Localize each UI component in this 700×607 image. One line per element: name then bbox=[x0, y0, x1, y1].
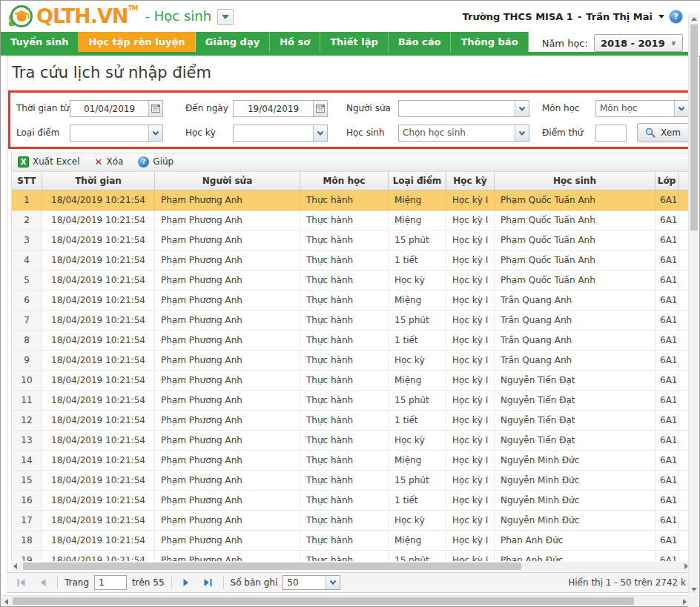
date-from-input[interactable] bbox=[70, 101, 148, 116]
table-row[interactable]: 618/04/2019 10:21:54Phạm Phương AnhThực … bbox=[12, 291, 690, 311]
scroll-down-icon[interactable] bbox=[691, 588, 697, 591]
page-vertical-scrollbar[interactable] bbox=[688, 14, 699, 594]
cell: 18/04/2019 10:21:54 bbox=[42, 511, 155, 530]
table-horizontal-scrollbar[interactable] bbox=[11, 562, 690, 571]
table-row[interactable]: 118/04/2019 10:21:54Phạm Phương AnhThực … bbox=[12, 190, 690, 210]
chevron-down-icon[interactable] bbox=[313, 125, 327, 141]
cell: Phạm Phương Anh bbox=[155, 331, 300, 350]
table-row[interactable]: 1018/04/2019 10:21:54Phạm Phương AnhThực… bbox=[12, 371, 690, 391]
semester-combo[interactable] bbox=[233, 125, 328, 142]
tab-hoc-tap-ren-luyen[interactable]: Học tập rèn luyện bbox=[79, 32, 195, 52]
cell: 18/04/2019 10:21:54 bbox=[42, 210, 155, 230]
table-row[interactable]: 1518/04/2019 10:21:54Phạm Phương AnhThực… bbox=[12, 471, 690, 491]
calendar-icon[interactable] bbox=[148, 101, 162, 116]
score-index-label: Điểm thứ bbox=[542, 125, 583, 142]
chevron-down-icon[interactable] bbox=[326, 576, 340, 589]
vscroll-thumb[interactable] bbox=[690, 24, 698, 230]
editor-combo[interactable] bbox=[398, 100, 529, 117]
cell: Phạm Phương Anh bbox=[155, 371, 300, 390]
scroll-up-icon[interactable] bbox=[691, 17, 697, 21]
page-horizontal-scrollbar[interactable] bbox=[1, 595, 690, 606]
table-row[interactable]: 818/04/2019 10:21:54Phạm Phương AnhThực … bbox=[12, 331, 690, 351]
table-row[interactable]: 318/04/2019 10:21:54Phạm Phương AnhThực … bbox=[12, 230, 690, 251]
help-button[interactable]: ? Giúp bbox=[138, 156, 174, 167]
cell: Phạm Phương Anh bbox=[155, 451, 300, 470]
cell: Phạm Quốc Tuấn Anh bbox=[495, 230, 656, 250]
cell: Phạm Quốc Tuấn Anh bbox=[495, 251, 656, 270]
chevron-down-icon[interactable] bbox=[674, 101, 688, 116]
score-type-combo[interactable] bbox=[70, 125, 163, 142]
cell: Phạm Quốc Tuấn Anh bbox=[495, 210, 656, 230]
column-header-Môn học[interactable]: Môn học bbox=[300, 172, 389, 190]
next-page-button[interactable] bbox=[179, 575, 195, 590]
tab-thiet-lap[interactable]: Thiết lập bbox=[320, 32, 389, 52]
page-size-select[interactable]: 50 bbox=[283, 575, 340, 590]
column-header-Học sinh[interactable]: Học sinh bbox=[495, 172, 656, 190]
scroll-left-icon[interactable] bbox=[13, 563, 17, 569]
school-year-area: Năm học: 2018 - 2019 ∨ bbox=[542, 33, 683, 53]
cell: Học kỳ I bbox=[446, 190, 495, 210]
view-button[interactable]: Xem bbox=[637, 123, 689, 142]
help-icon[interactable]: ? bbox=[669, 10, 683, 24]
table-row[interactable]: 1718/04/2019 10:21:54Phạm Phương AnhThực… bbox=[12, 511, 690, 531]
table-row[interactable]: 1218/04/2019 10:21:54Phạm Phương AnhThực… bbox=[12, 411, 690, 431]
cell: Học kỳ I bbox=[446, 491, 495, 510]
delete-icon: ✕ bbox=[95, 157, 103, 167]
column-header-Người sửa[interactable]: Người sửa bbox=[155, 172, 300, 190]
tab-thong-bao[interactable]: Thông báo bbox=[451, 32, 528, 52]
table-row[interactable]: 718/04/2019 10:21:54Phạm Phương AnhThực … bbox=[12, 311, 690, 331]
scroll-left-icon[interactable] bbox=[4, 599, 8, 605]
column-header-Học kỳ[interactable]: Học kỳ bbox=[446, 172, 495, 190]
student-combo[interactable]: Chọn học sinh bbox=[398, 125, 529, 142]
table-row[interactable]: 218/04/2019 10:21:54Phạm Phương AnhThực … bbox=[12, 210, 690, 230]
tab-giang-day[interactable]: Giảng dạy bbox=[196, 32, 271, 52]
content-left-border bbox=[7, 56, 7, 572]
table-row[interactable]: 1118/04/2019 10:21:54Phạm Phương AnhThực… bbox=[12, 391, 690, 411]
user-menu[interactable]: Trần Thị Mai bbox=[586, 11, 653, 22]
column-header-STT[interactable]: STT bbox=[12, 172, 42, 190]
tab-tuyen-sinh[interactable]: Tuyển sinh bbox=[1, 32, 79, 52]
date-to-input[interactable] bbox=[234, 101, 313, 116]
calendar-icon[interactable] bbox=[313, 101, 327, 116]
module-dropdown-button[interactable] bbox=[217, 9, 234, 25]
last-page-button[interactable] bbox=[200, 575, 217, 590]
first-page-button[interactable] bbox=[13, 575, 29, 590]
chevron-down-icon[interactable] bbox=[148, 125, 162, 141]
table-hscroll-thumb[interactable] bbox=[23, 563, 521, 570]
cell: Học kỳ I bbox=[446, 531, 495, 550]
table-row[interactable]: 918/04/2019 10:21:54Phạm Phương AnhThực … bbox=[12, 351, 690, 371]
column-header-Loại điểm[interactable]: Loại điểm bbox=[389, 172, 446, 190]
cell: 6A1 bbox=[656, 511, 678, 530]
hscroll-thumb[interactable] bbox=[13, 597, 634, 605]
cell: Thực hành bbox=[300, 371, 389, 390]
table-row[interactable]: 1818/04/2019 10:21:54Phạm Phương AnhThực… bbox=[12, 531, 690, 551]
chevron-down-icon[interactable] bbox=[515, 125, 529, 141]
subject-combo[interactable]: Môn học bbox=[595, 100, 689, 117]
column-header-Thời gian[interactable]: Thời gian bbox=[42, 172, 155, 190]
cell: 11 bbox=[12, 391, 42, 410]
tab-ho-so[interactable]: Hồ sơ bbox=[270, 32, 320, 52]
page-number-input[interactable] bbox=[94, 575, 127, 590]
table-row[interactable]: 1918/04/2019 10:21:54Phạm Phương AnhThực… bbox=[12, 551, 690, 561]
cell: 6A1 bbox=[656, 190, 678, 210]
cell: Thực hành bbox=[300, 411, 389, 430]
table-row[interactable]: 418/04/2019 10:21:54Phạm Phương AnhThực … bbox=[12, 251, 690, 271]
scroll-right-icon[interactable] bbox=[683, 599, 687, 605]
table-row[interactable]: 1418/04/2019 10:21:54Phạm Phương AnhThực… bbox=[12, 451, 690, 471]
tab-bao-cao[interactable]: Báo cáo bbox=[389, 32, 452, 52]
column-header-Lớp[interactable]: Lớp bbox=[656, 172, 678, 190]
export-excel-button[interactable]: X Xuất Excel bbox=[18, 156, 80, 167]
school-year-select[interactable]: 2018 - 2019 ∨ bbox=[594, 34, 683, 52]
school-name: Trường THCS MISA 1 bbox=[463, 11, 573, 22]
chevron-down-icon[interactable] bbox=[515, 101, 529, 116]
score-type-combo-value bbox=[70, 125, 148, 141]
score-index-input[interactable] bbox=[596, 125, 626, 141]
table-row[interactable]: 1618/04/2019 10:21:54Phạm Phương AnhThực… bbox=[12, 491, 690, 511]
cell: 6A1 bbox=[656, 311, 678, 330]
previous-page-button[interactable] bbox=[34, 575, 50, 590]
cell: Học kỳ I bbox=[446, 411, 495, 430]
delete-button[interactable]: ✕ Xóa bbox=[95, 156, 124, 167]
table-row[interactable]: 1318/04/2019 10:21:54Phạm Phương AnhThực… bbox=[12, 431, 690, 451]
user-caret-icon[interactable] bbox=[658, 15, 664, 19]
table-row[interactable]: 518/04/2019 10:21:54Phạm Phương AnhThực … bbox=[12, 271, 690, 291]
